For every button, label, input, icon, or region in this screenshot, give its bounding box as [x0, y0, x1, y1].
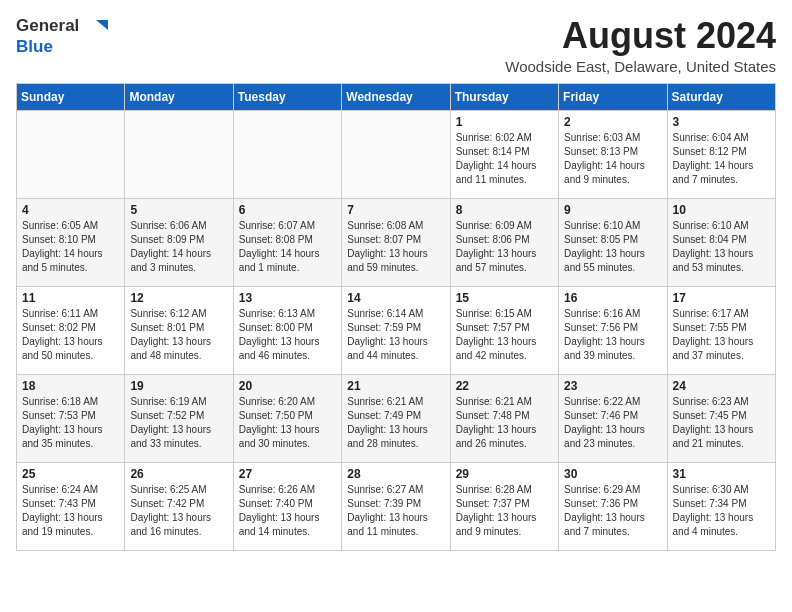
day-number: 20	[239, 379, 336, 393]
cell-info: Sunrise: 6:20 AMSunset: 7:50 PMDaylight:…	[239, 395, 336, 451]
day-number: 30	[564, 467, 661, 481]
day-number: 16	[564, 291, 661, 305]
day-number: 17	[673, 291, 770, 305]
day-number: 18	[22, 379, 119, 393]
calendar-table: SundayMondayTuesdayWednesdayThursdayFrid…	[16, 83, 776, 551]
header-row: SundayMondayTuesdayWednesdayThursdayFrid…	[17, 83, 776, 110]
col-header-monday: Monday	[125, 83, 233, 110]
day-number: 5	[130, 203, 227, 217]
day-number: 27	[239, 467, 336, 481]
logo-blue: Blue	[16, 37, 53, 56]
cell-info: Sunrise: 6:03 AMSunset: 8:13 PMDaylight:…	[564, 131, 661, 187]
cell-info: Sunrise: 6:07 AMSunset: 8:08 PMDaylight:…	[239, 219, 336, 275]
day-number: 2	[564, 115, 661, 129]
calendar-cell: 5Sunrise: 6:06 AMSunset: 8:09 PMDaylight…	[125, 198, 233, 286]
cell-info: Sunrise: 6:29 AMSunset: 7:36 PMDaylight:…	[564, 483, 661, 539]
calendar-cell: 19Sunrise: 6:19 AMSunset: 7:52 PMDayligh…	[125, 374, 233, 462]
day-number: 14	[347, 291, 444, 305]
col-header-wednesday: Wednesday	[342, 83, 450, 110]
calendar-cell: 27Sunrise: 6:26 AMSunset: 7:40 PMDayligh…	[233, 462, 341, 550]
calendar-cell: 28Sunrise: 6:27 AMSunset: 7:39 PMDayligh…	[342, 462, 450, 550]
day-number: 11	[22, 291, 119, 305]
day-number: 3	[673, 115, 770, 129]
calendar-cell	[342, 110, 450, 198]
location-subtitle: Woodside East, Delaware, United States	[505, 58, 776, 75]
col-header-sunday: Sunday	[17, 83, 125, 110]
svg-marker-0	[96, 20, 108, 30]
month-title: August 2024	[505, 16, 776, 56]
calendar-cell: 7Sunrise: 6:08 AMSunset: 8:07 PMDaylight…	[342, 198, 450, 286]
calendar-cell: 9Sunrise: 6:10 AMSunset: 8:05 PMDaylight…	[559, 198, 667, 286]
cell-info: Sunrise: 6:27 AMSunset: 7:39 PMDaylight:…	[347, 483, 444, 539]
cell-info: Sunrise: 6:16 AMSunset: 7:56 PMDaylight:…	[564, 307, 661, 363]
week-row-3: 11Sunrise: 6:11 AMSunset: 8:02 PMDayligh…	[17, 286, 776, 374]
calendar-cell: 29Sunrise: 6:28 AMSunset: 7:37 PMDayligh…	[450, 462, 558, 550]
calendar-cell: 6Sunrise: 6:07 AMSunset: 8:08 PMDaylight…	[233, 198, 341, 286]
day-number: 23	[564, 379, 661, 393]
day-number: 13	[239, 291, 336, 305]
week-row-2: 4Sunrise: 6:05 AMSunset: 8:10 PMDaylight…	[17, 198, 776, 286]
cell-info: Sunrise: 6:10 AMSunset: 8:04 PMDaylight:…	[673, 219, 770, 275]
calendar-cell: 2Sunrise: 6:03 AMSunset: 8:13 PMDaylight…	[559, 110, 667, 198]
calendar-cell	[125, 110, 233, 198]
title-area: August 2024 Woodside East, Delaware, Uni…	[505, 16, 776, 75]
day-number: 29	[456, 467, 553, 481]
calendar-cell: 22Sunrise: 6:21 AMSunset: 7:48 PMDayligh…	[450, 374, 558, 462]
calendar-cell	[233, 110, 341, 198]
logo: General Blue	[16, 16, 108, 57]
day-number: 8	[456, 203, 553, 217]
col-header-tuesday: Tuesday	[233, 83, 341, 110]
col-header-saturday: Saturday	[667, 83, 775, 110]
calendar-cell: 10Sunrise: 6:10 AMSunset: 8:04 PMDayligh…	[667, 198, 775, 286]
calendar-cell: 14Sunrise: 6:14 AMSunset: 7:59 PMDayligh…	[342, 286, 450, 374]
calendar-cell: 18Sunrise: 6:18 AMSunset: 7:53 PMDayligh…	[17, 374, 125, 462]
cell-info: Sunrise: 6:19 AMSunset: 7:52 PMDaylight:…	[130, 395, 227, 451]
calendar-cell: 25Sunrise: 6:24 AMSunset: 7:43 PMDayligh…	[17, 462, 125, 550]
day-number: 28	[347, 467, 444, 481]
calendar-cell: 26Sunrise: 6:25 AMSunset: 7:42 PMDayligh…	[125, 462, 233, 550]
calendar-cell: 11Sunrise: 6:11 AMSunset: 8:02 PMDayligh…	[17, 286, 125, 374]
cell-info: Sunrise: 6:13 AMSunset: 8:00 PMDaylight:…	[239, 307, 336, 363]
cell-info: Sunrise: 6:24 AMSunset: 7:43 PMDaylight:…	[22, 483, 119, 539]
day-number: 10	[673, 203, 770, 217]
day-number: 31	[673, 467, 770, 481]
day-number: 21	[347, 379, 444, 393]
day-number: 24	[673, 379, 770, 393]
cell-info: Sunrise: 6:17 AMSunset: 7:55 PMDaylight:…	[673, 307, 770, 363]
day-number: 9	[564, 203, 661, 217]
day-number: 19	[130, 379, 227, 393]
cell-info: Sunrise: 6:22 AMSunset: 7:46 PMDaylight:…	[564, 395, 661, 451]
week-row-4: 18Sunrise: 6:18 AMSunset: 7:53 PMDayligh…	[17, 374, 776, 462]
calendar-cell: 8Sunrise: 6:09 AMSunset: 8:06 PMDaylight…	[450, 198, 558, 286]
calendar-cell	[17, 110, 125, 198]
calendar-cell: 15Sunrise: 6:15 AMSunset: 7:57 PMDayligh…	[450, 286, 558, 374]
cell-info: Sunrise: 6:21 AMSunset: 7:48 PMDaylight:…	[456, 395, 553, 451]
cell-info: Sunrise: 6:04 AMSunset: 8:12 PMDaylight:…	[673, 131, 770, 187]
cell-info: Sunrise: 6:25 AMSunset: 7:42 PMDaylight:…	[130, 483, 227, 539]
week-row-5: 25Sunrise: 6:24 AMSunset: 7:43 PMDayligh…	[17, 462, 776, 550]
day-number: 12	[130, 291, 227, 305]
cell-info: Sunrise: 6:21 AMSunset: 7:49 PMDaylight:…	[347, 395, 444, 451]
cell-info: Sunrise: 6:18 AMSunset: 7:53 PMDaylight:…	[22, 395, 119, 451]
logo-general: General	[16, 16, 79, 35]
cell-info: Sunrise: 6:10 AMSunset: 8:05 PMDaylight:…	[564, 219, 661, 275]
day-number: 7	[347, 203, 444, 217]
calendar-cell: 24Sunrise: 6:23 AMSunset: 7:45 PMDayligh…	[667, 374, 775, 462]
day-number: 26	[130, 467, 227, 481]
calendar-cell: 30Sunrise: 6:29 AMSunset: 7:36 PMDayligh…	[559, 462, 667, 550]
calendar-cell: 1Sunrise: 6:02 AMSunset: 8:14 PMDaylight…	[450, 110, 558, 198]
cell-info: Sunrise: 6:26 AMSunset: 7:40 PMDaylight:…	[239, 483, 336, 539]
calendar-cell: 16Sunrise: 6:16 AMSunset: 7:56 PMDayligh…	[559, 286, 667, 374]
cell-info: Sunrise: 6:14 AMSunset: 7:59 PMDaylight:…	[347, 307, 444, 363]
calendar-cell: 3Sunrise: 6:04 AMSunset: 8:12 PMDaylight…	[667, 110, 775, 198]
col-header-friday: Friday	[559, 83, 667, 110]
header: General Blue August 2024 Woodside East, …	[16, 16, 776, 75]
day-number: 1	[456, 115, 553, 129]
calendar-cell: 17Sunrise: 6:17 AMSunset: 7:55 PMDayligh…	[667, 286, 775, 374]
cell-info: Sunrise: 6:09 AMSunset: 8:06 PMDaylight:…	[456, 219, 553, 275]
cell-info: Sunrise: 6:30 AMSunset: 7:34 PMDaylight:…	[673, 483, 770, 539]
calendar-cell: 21Sunrise: 6:21 AMSunset: 7:49 PMDayligh…	[342, 374, 450, 462]
day-number: 15	[456, 291, 553, 305]
day-number: 22	[456, 379, 553, 393]
cell-info: Sunrise: 6:12 AMSunset: 8:01 PMDaylight:…	[130, 307, 227, 363]
